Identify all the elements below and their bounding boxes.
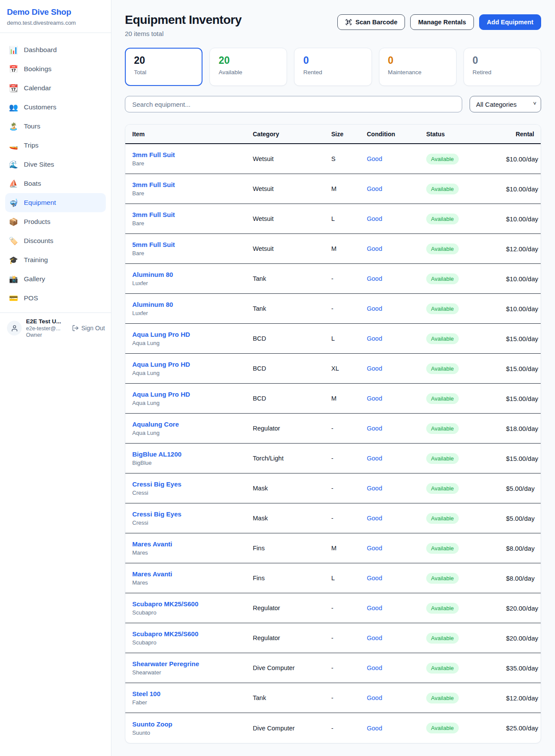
table-row[interactable]: Suunto Zoop Suunto Dive Computer - Good … <box>125 713 541 743</box>
item-name-link[interactable]: 5mm Full Suit <box>132 241 253 248</box>
brand-name[interactable]: Demo Dive Shop <box>7 7 104 17</box>
condition-link[interactable]: Good <box>367 605 426 611</box>
item-name-link[interactable]: Aqua Lung Pro HD <box>132 361 253 368</box>
condition-link[interactable]: Good <box>367 155 426 162</box>
item-name-link[interactable]: Mares Avanti <box>132 570 253 578</box>
stat-card-available[interactable]: 20 Available <box>209 48 287 86</box>
status-cell: Available <box>426 573 506 584</box>
sidebar-item-boats[interactable]: ⛵ Boats <box>5 174 106 193</box>
condition-link[interactable]: Good <box>367 395 426 402</box>
table-row[interactable]: Aqua Lung Pro HD Aqua Lung BCD XL Good A… <box>125 354 541 384</box>
item-name-link[interactable]: Cressi Big Eyes <box>132 480 253 488</box>
condition-link[interactable]: Good <box>367 455 426 462</box>
condition-link[interactable]: Good <box>367 335 426 342</box>
condition-link[interactable]: Good <box>367 485 426 492</box>
item-name-link[interactable]: 3mm Full Suit <box>132 151 253 158</box>
table-row[interactable]: 3mm Full Suit Bare Wetsuit M Good Availa… <box>125 174 541 204</box>
condition-link[interactable]: Good <box>367 575 426 582</box>
condition-link[interactable]: Good <box>367 634 426 641</box>
add-equipment-button[interactable]: Add Equipment <box>479 14 541 30</box>
table-row[interactable]: BigBlue AL1200 BigBlue Torch/Light - Goo… <box>125 444 541 473</box>
table-row[interactable]: Mares Avanti Mares Fins L Good Available… <box>125 563 541 593</box>
item-name-link[interactable]: Suunto Zoop <box>132 720 253 728</box>
table-row[interactable]: Scubapro MK25/S600 Scubapro Regulator - … <box>125 593 541 623</box>
size-cell: - <box>331 725 367 732</box>
sidebar-item-dive-sites[interactable]: 🌊 Dive Sites <box>5 155 106 174</box>
rental-price: $20.00/day <box>506 634 538 642</box>
sidebar-item-gallery[interactable]: 📸 Gallery <box>5 270 106 289</box>
condition-link[interactable]: Good <box>367 664 426 671</box>
table-row[interactable]: 3mm Full Suit Bare Wetsuit S Good Availa… <box>125 144 541 174</box>
condition-link[interactable]: Good <box>367 275 426 282</box>
sidebar-item-equipment[interactable]: 🤿 Equipment <box>5 193 106 212</box>
item-name-link[interactable]: BigBlue AL1200 <box>132 450 253 458</box>
item-name-link[interactable]: Mares Avanti <box>132 540 253 548</box>
table-row[interactable]: Aqualung Core Aqua Lung Regulator - Good… <box>125 414 541 444</box>
condition-link[interactable]: Good <box>367 185 426 192</box>
table-row[interactable]: 3mm Full Suit Bare Wetsuit L Good Availa… <box>125 204 541 234</box>
manage-rentals-button[interactable]: Manage Rentals <box>410 14 473 30</box>
item-name-link[interactable]: Shearwater Peregrine <box>132 660 253 667</box>
size-cell: S <box>331 155 367 162</box>
category-cell: Wetsuit <box>253 185 331 192</box>
sidebar-item-label: Calendar <box>24 84 51 92</box>
condition-link[interactable]: Good <box>367 365 426 372</box>
size-cell: - <box>331 485 367 492</box>
table-row[interactable]: Aqua Lung Pro HD Aqua Lung BCD L Good Av… <box>125 324 541 354</box>
item-name-link[interactable]: Scubapro MK25/S600 <box>132 630 253 638</box>
item-name-link[interactable]: 3mm Full Suit <box>132 211 253 218</box>
stat-card-total[interactable]: 20 Total <box>125 48 202 86</box>
sidebar-item-discounts[interactable]: 🏷️ Discounts <box>5 231 106 250</box>
sidebar-item-customers[interactable]: 👥 Customers <box>5 98 106 117</box>
category-select[interactable]: All Categories <box>470 96 541 112</box>
item-name-link[interactable]: Aluminum 80 <box>132 271 253 278</box>
sidebar-item-label: Trips <box>24 141 39 149</box>
table-row[interactable]: Aluminum 80 Luxfer Tank - Good Available… <box>125 264 541 294</box>
search-input[interactable] <box>125 96 462 112</box>
table-row[interactable]: Cressi Big Eyes Cressi Mask - Good Avail… <box>125 503 541 533</box>
sidebar-item-dashboard[interactable]: 📊 Dashboard <box>5 40 106 59</box>
condition-link[interactable]: Good <box>367 515 426 522</box>
condition-link[interactable]: Good <box>367 694 426 701</box>
table-row[interactable]: Steel 100 Faber Tank - Good Available $1… <box>125 683 541 713</box>
item-name-link[interactable]: Steel 100 <box>132 690 253 697</box>
table-row[interactable]: Aqua Lung Pro HD Aqua Lung BCD M Good Av… <box>125 384 541 414</box>
sidebar-item-pos[interactable]: 💳 POS <box>5 289 106 308</box>
sidebar-item-tours[interactable]: 🏝️ Tours <box>5 117 106 136</box>
item-name-link[interactable]: Aluminum 80 <box>132 301 253 308</box>
category-cell: Tank <box>253 305 331 312</box>
condition-link[interactable]: Good <box>367 725 426 732</box>
sidebar-item-calendar[interactable]: 📆 Calendar <box>5 79 106 98</box>
table-row[interactable]: Aluminum 80 Luxfer Tank - Good Available… <box>125 294 541 324</box>
stat-card-rented[interactable]: 0 Rented <box>294 48 372 86</box>
rental-price: $20.00/day <box>506 605 538 612</box>
condition-link[interactable]: Good <box>367 215 426 222</box>
condition-link[interactable]: Good <box>367 545 426 552</box>
table-row[interactable]: 5mm Full Suit Bare Wetsuit M Good Availa… <box>125 234 541 264</box>
status-cell: Available <box>426 363 506 374</box>
sidebar-item-training[interactable]: 🎓 Training <box>5 250 106 270</box>
item-name-link[interactable]: Scubapro MK25/S600 <box>132 600 253 608</box>
item-name-link[interactable]: Aqua Lung Pro HD <box>132 391 253 398</box>
item-name-link[interactable]: 3mm Full Suit <box>132 181 253 188</box>
stat-card-retired[interactable]: 0 Retired <box>464 48 541 86</box>
sidebar-item-trips[interactable]: 🚤 Trips <box>5 136 106 155</box>
item-name-link[interactable]: Cressi Big Eyes <box>132 510 253 518</box>
condition-link[interactable]: Good <box>367 425 426 432</box>
table-row[interactable]: Cressi Big Eyes Cressi Mask - Good Avail… <box>125 473 541 503</box>
table-row[interactable]: Mares Avanti Mares Fins M Good Available… <box>125 533 541 563</box>
sidebar-item-label: Customers <box>24 103 56 111</box>
stat-card-maintenance[interactable]: 0 Maintenance <box>379 48 457 86</box>
condition-link[interactable]: Good <box>367 245 426 252</box>
scan-barcode-button[interactable]: Scan Barcode <box>337 14 405 30</box>
sidebar-item-bookings[interactable]: 📅 Bookings <box>5 59 106 79</box>
table-row[interactable]: Scubapro MK25/S600 Scubapro Regulator - … <box>125 623 541 653</box>
table-row[interactable]: Shearwater Peregrine Shearwater Dive Com… <box>125 653 541 683</box>
sidebar-item-products[interactable]: 📦 Products <box>5 212 106 231</box>
item-name-link[interactable]: Aqua Lung Pro HD <box>132 331 253 338</box>
item-name-link[interactable]: Aqualung Core <box>132 421 253 428</box>
category-cell: Fins <box>253 545 331 552</box>
condition-link[interactable]: Good <box>367 305 426 312</box>
item-brand: Bare <box>132 250 253 256</box>
sign-out-button[interactable]: Sign Out <box>72 325 105 332</box>
